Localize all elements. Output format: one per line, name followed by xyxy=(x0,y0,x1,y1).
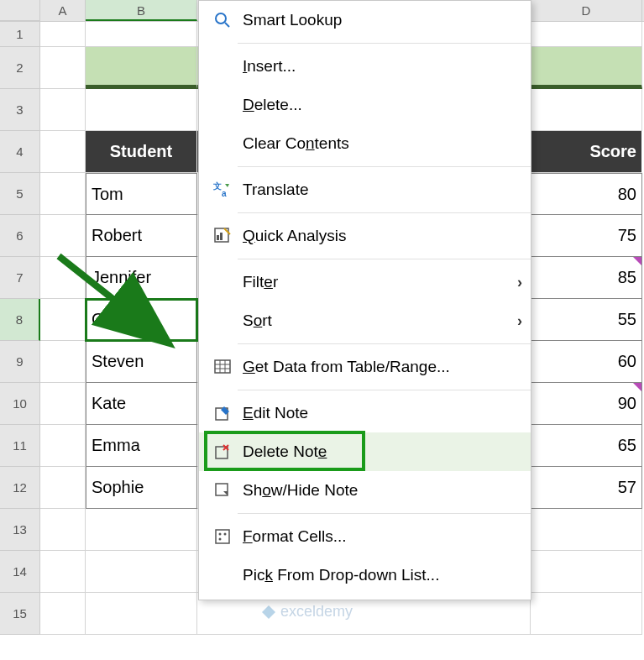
menu-insert[interactable]: Insert... xyxy=(199,47,531,86)
student-score[interactable]: 65 xyxy=(531,425,642,467)
menu-filter[interactable]: Filter › xyxy=(199,263,531,301)
select-all-corner[interactable] xyxy=(0,0,40,21)
selected-cell[interactable]: George xyxy=(86,299,197,341)
student-name[interactable]: Jennifer xyxy=(86,257,197,299)
student-name[interactable]: Emma xyxy=(86,425,197,467)
student-name[interactable]: Steven xyxy=(86,341,197,383)
header-student[interactable]: Student xyxy=(86,131,197,173)
cell[interactable] xyxy=(40,551,86,593)
title-bar[interactable] xyxy=(86,47,197,89)
cell[interactable] xyxy=(40,593,86,635)
cell[interactable] xyxy=(40,131,86,173)
row-header-10[interactable]: 10 xyxy=(0,383,40,425)
student-score[interactable]: 55 xyxy=(531,299,642,341)
row-header-7[interactable]: 7 xyxy=(0,257,40,299)
svg-rect-17 xyxy=(216,530,229,543)
menu-show-hide-note[interactable]: Show/Hide Note xyxy=(199,471,531,510)
format-cells-icon xyxy=(207,527,238,546)
cell[interactable] xyxy=(40,215,86,257)
cell[interactable] xyxy=(86,509,197,551)
menu-sort[interactable]: Sort › xyxy=(199,301,531,340)
title-bar[interactable] xyxy=(531,47,642,89)
student-score[interactable]: 57 xyxy=(531,467,642,509)
menu-quick-analysis[interactable]: Quick Analysis xyxy=(199,217,531,255)
menu-label: Format Cells... xyxy=(238,527,522,546)
cell[interactable] xyxy=(531,593,642,635)
cell[interactable] xyxy=(86,89,197,131)
col-header-a[interactable]: A xyxy=(40,0,86,21)
row-header-9[interactable]: 9 xyxy=(0,341,40,383)
menu-delete-note[interactable]: Delete Note xyxy=(199,432,531,471)
cell[interactable] xyxy=(40,89,86,131)
menu-label: Get Data from Table/Range... xyxy=(238,358,522,376)
cell[interactable] xyxy=(86,593,197,635)
cell[interactable] xyxy=(531,22,642,47)
menu-smart-lookup[interactable]: Smart Lookup xyxy=(199,1,531,39)
svg-point-19 xyxy=(224,533,227,536)
menu-edit-note[interactable]: Edit Note xyxy=(199,394,531,432)
header-score[interactable]: Score xyxy=(531,131,642,173)
student-score[interactable]: 60 xyxy=(531,341,642,383)
row-header-13[interactable]: 13 xyxy=(0,509,40,551)
menu-clear-contents[interactable]: Clear Contents xyxy=(199,124,531,163)
row-header-3[interactable]: 3 xyxy=(0,89,40,131)
cell[interactable] xyxy=(40,341,86,383)
edit-note-icon xyxy=(207,404,238,422)
row-header-11[interactable]: 11 xyxy=(0,425,40,467)
row-header-15[interactable]: 15 xyxy=(0,593,40,635)
row-header-1[interactable]: 1 xyxy=(0,22,40,47)
cell[interactable] xyxy=(40,47,86,89)
cell[interactable] xyxy=(40,383,86,425)
menu-label: Translate xyxy=(238,181,522,199)
row-header-4[interactable]: 4 xyxy=(0,131,40,173)
svg-rect-16 xyxy=(216,484,228,495)
cell[interactable] xyxy=(86,22,197,47)
cell[interactable] xyxy=(86,551,197,593)
svg-point-2 xyxy=(216,13,226,24)
svg-rect-8 xyxy=(220,233,223,240)
cell[interactable] xyxy=(531,551,642,593)
row-header-5[interactable]: 5 xyxy=(0,173,40,215)
cell[interactable] xyxy=(531,89,642,131)
student-score[interactable]: 85 xyxy=(531,257,642,299)
student-score[interactable]: 90 xyxy=(531,383,642,425)
menu-separator xyxy=(238,43,531,44)
menu-label: Smart Lookup xyxy=(238,11,522,29)
student-name[interactable]: Kate xyxy=(86,383,197,425)
menu-separator xyxy=(238,259,531,259)
svg-point-20 xyxy=(219,538,222,541)
cell[interactable] xyxy=(40,509,86,551)
menu-separator xyxy=(238,343,531,344)
chevron-right-icon: › xyxy=(517,312,522,330)
row-header-6[interactable]: 6 xyxy=(0,215,40,257)
cell[interactable] xyxy=(40,22,86,47)
row-header-14[interactable]: 14 xyxy=(0,551,40,593)
menu-label: Edit Note xyxy=(238,404,522,422)
cell[interactable] xyxy=(40,467,86,509)
student-name[interactable]: Tom xyxy=(86,173,197,215)
chevron-right-icon: › xyxy=(517,274,522,291)
menu-get-data[interactable]: Get Data from Table/Range... xyxy=(199,348,531,386)
student-name[interactable]: Robert xyxy=(86,215,197,257)
menu-format-cells[interactable]: Format Cells... xyxy=(199,517,531,556)
cell[interactable] xyxy=(40,299,86,341)
col-header-b[interactable]: B xyxy=(86,0,197,21)
menu-label: Filter xyxy=(238,273,517,291)
menu-pick-from-list[interactable]: Pick From Drop-down List... xyxy=(199,556,531,595)
cell[interactable] xyxy=(531,509,642,551)
menu-label: Clear Contents xyxy=(238,134,522,153)
student-score[interactable]: 80 xyxy=(531,173,642,215)
row-header-12[interactable]: 12 xyxy=(0,467,40,509)
quick-analysis-icon xyxy=(207,227,238,245)
menu-translate[interactable]: 文a Translate xyxy=(199,170,531,209)
note-indicator-icon xyxy=(633,257,641,265)
student-score[interactable]: 75 xyxy=(531,215,642,257)
menu-delete[interactable]: Delete... xyxy=(199,86,531,124)
student-name[interactable]: Sophie xyxy=(86,467,197,509)
row-header-8[interactable]: 8 xyxy=(0,299,40,341)
col-header-d[interactable]: D xyxy=(531,0,642,21)
cell[interactable] xyxy=(40,425,86,467)
cell[interactable] xyxy=(40,257,86,299)
row-header-2[interactable]: 2 xyxy=(0,47,40,89)
cell[interactable] xyxy=(40,173,86,215)
